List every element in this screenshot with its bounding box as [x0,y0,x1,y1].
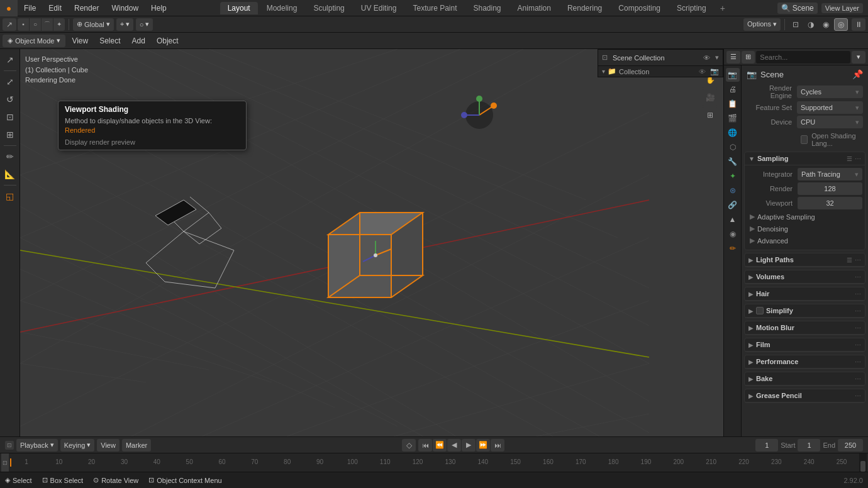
feature-set-selector[interactable]: Supported ▾ [797,101,863,114]
start-frame-field[interactable]: 1 [798,439,820,452]
grid-view-btn[interactable]: ⊞ [702,107,718,123]
properties-pin[interactable]: 📌 [852,69,863,79]
timeline-scrollbar[interactable] [859,453,867,472]
snap-button[interactable]: ⌖ ▾ [116,18,133,31]
material-props-icon[interactable]: ◉ [726,227,740,241]
denoising-header[interactable]: ▶ Denoising [747,223,862,234]
rendered-mode[interactable]: ◎ [834,18,848,31]
physics-props-icon[interactable]: ⊛ [726,184,740,197]
volumes-header[interactable]: ▶ Volumes ⋯ [745,270,865,284]
play-forward-btn[interactable]: ▶ [462,439,476,452]
prev-keyframe-btn[interactable]: ⏪ [433,439,447,452]
viewport-samples-field[interactable]: 32 [798,197,862,209]
collection-visibility[interactable]: 👁 [699,68,706,75]
film-dots-icon[interactable]: ⋯ [855,341,861,348]
integrator-selector[interactable]: Path Tracing ▾ [798,168,862,180]
advanced-header[interactable]: ▶ Advanced [747,235,862,246]
annotate-tool-btn[interactable]: ✏ [2,148,18,165]
simplify-header[interactable]: ▶ Simplify ⋯ [745,304,865,318]
device-selector[interactable]: CPU ▾ [797,116,863,128]
tab-compositing[interactable]: Compositing [611,2,668,14]
motion-blur-dots-icon[interactable]: ⋯ [855,324,861,331]
performance-dots-icon[interactable]: ⋯ [855,358,861,365]
play-backward-btn[interactable]: ◀ [447,439,461,452]
view-layer-props-icon[interactable]: 📋 [726,97,740,111]
measure-tool-btn[interactable]: 📐 [2,166,18,182]
object-menu[interactable]: Object [152,35,184,47]
scene-props-icon[interactable]: 🎬 [726,111,740,125]
collection-item[interactable]: ▾ 📁 Collection 👁 📷 [598,66,723,77]
properties-list-icon[interactable]: ⊞ [742,51,755,64]
sampling-list-icon[interactable]: ☰ [847,155,852,162]
simplify-dots-icon[interactable]: ⋯ [855,308,861,314]
tab-scripting[interactable]: Scripting [669,2,714,14]
outliner-view-toggle[interactable]: 👁 [703,54,710,62]
adaptive-sampling-header[interactable]: ▶ Adaptive Sampling [747,211,862,222]
sampling-dots-icon[interactable]: ⋯ [855,155,861,162]
view-menu[interactable]: View [67,35,93,47]
render-engine-selector[interactable]: Cycles ▾ [797,86,863,98]
select-menu[interactable]: Select [94,35,125,47]
scene-selector[interactable]: 🔍 Scene [777,3,818,14]
tab-uv-editing[interactable]: UV Editing [353,2,404,14]
timeline-view-menu[interactable]: View [97,439,120,452]
jump-end-btn[interactable]: ⏭ [491,439,504,452]
tab-texture-paint[interactable]: Texture Paint [405,2,464,14]
particles-props-icon[interactable]: ✦ [726,169,740,183]
end-frame-field[interactable]: 250 [838,439,863,452]
timeline-ruler[interactable]: ⊡ 1 10 20 30 40 50 60 70 80 90 100 110 1… [0,453,868,472]
sampling-header[interactable]: ▼ Sampling ☰ ⋯ [745,152,865,165]
volumes-dots-icon[interactable]: ⋯ [855,274,861,280]
world-props-icon[interactable]: 🌐 [726,126,740,140]
grease-pencil-props-icon[interactable]: ✏ [726,241,740,255]
playback-menu[interactable]: Playback ▾ [16,439,58,452]
hair-header[interactable]: ▶ Hair ⋯ [745,287,865,301]
outliner-filter[interactable]: ▾ [715,53,719,62]
jump-start-btn[interactable]: ⏮ [418,439,432,452]
select-tool-btn[interactable]: ↗ [2,52,18,68]
tab-modeling[interactable]: Modeling [259,2,305,14]
material-mode[interactable]: ◉ [819,18,833,31]
keying-menu[interactable]: Keying ▾ [60,439,95,452]
timeline-panel-icon[interactable]: ⊡ [5,441,14,450]
bake-header[interactable]: ▶ Bake ⋯ [745,372,865,385]
performance-header[interactable]: ▶ Performance ⋯ [745,355,865,369]
menu-window[interactable]: Window [105,0,145,16]
object-props-icon[interactable]: ⬡ [726,140,740,154]
proportional-edit[interactable]: ○ ▾ [136,18,153,31]
scale-tool-btn[interactable]: ⊡ [2,109,18,125]
constraints-props-icon[interactable]: 🔗 [726,198,740,212]
render-props-icon[interactable]: 📷 [726,68,740,82]
grease-pencil-header[interactable]: ▶ Grease Pencil ⋯ [745,389,865,402]
select-extra[interactable]: ✦ [53,18,65,31]
properties-panel-icon[interactable]: ☰ [726,51,740,64]
light-paths-header[interactable]: ▶ Light Paths ☰ ⋯ [745,253,865,267]
solid-mode[interactable]: ◑ [804,18,818,31]
rotate-tool-btn[interactable]: ↺ [2,91,18,108]
grease-pencil-dots-icon[interactable]: ⋯ [855,392,861,399]
open-shading-checkbox[interactable] [801,135,808,144]
select-box[interactable]: ▪ [18,18,29,31]
add-workspace-button[interactable]: + [715,3,730,13]
output-props-icon[interactable]: 🖨 [726,82,740,96]
modifier-props-icon[interactable]: 🔧 [726,155,740,169]
viewport[interactable]: User Perspective (1) Collection | Cube R… [20,49,723,436]
simplify-checkbox[interactable] [756,307,764,314]
menu-render[interactable]: Render [68,0,105,16]
render-samples-field[interactable]: 128 [798,182,862,195]
pause-render[interactable]: ⏸ [852,18,865,31]
select-circle[interactable]: ○ [30,18,41,31]
wireframe-mode[interactable]: ⊡ [789,18,803,31]
transform-pivot[interactable]: ⊕ Global ▾ [73,18,114,31]
menu-help[interactable]: Help [145,0,173,16]
properties-search[interactable] [756,51,850,64]
view-layer-selector[interactable]: View Layer [821,3,863,13]
next-keyframe-btn[interactable]: ⏩ [476,439,490,452]
keyframe-indicator[interactable]: ◇ [402,439,416,452]
hair-dots-icon[interactable]: ⋯ [855,291,861,297]
move-tool-btn[interactable]: ⤢ [2,74,18,90]
menu-file[interactable]: File [18,0,42,16]
film-header[interactable]: ▶ Film ⋯ [745,338,865,352]
motion-blur-header[interactable]: ▶ Motion Blur ⋯ [745,321,865,335]
options-button[interactable]: Options ▾ [743,18,781,31]
